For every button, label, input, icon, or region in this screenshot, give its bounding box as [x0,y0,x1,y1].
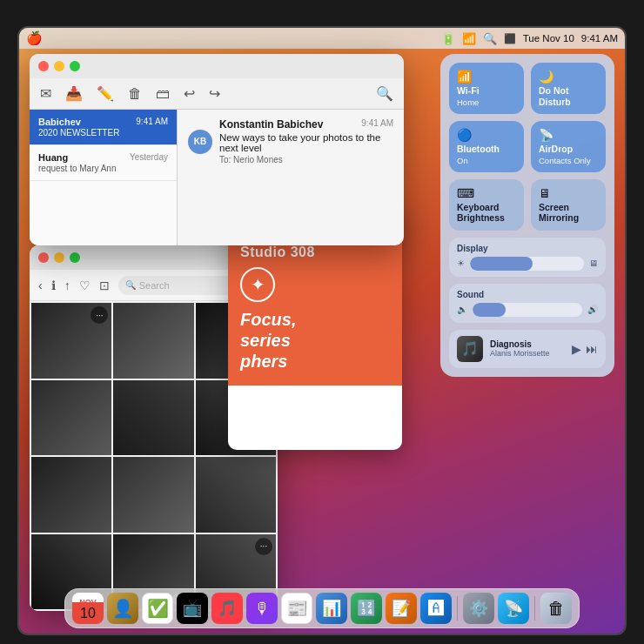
dnd-tile[interactable]: 🌙 Do Not Disturb [531,63,606,114]
search-icon-small: 🔍 [125,280,136,290]
desktop-background: 🍎 🔋 📶 🔍 ⬛ Tue Nov 10 9:41 AM ✉ 📥 ✏️ [19,28,625,634]
photos-heart-icon[interactable]: ♡ [79,278,91,292]
wifi-tile-title: Wi-Fi [457,85,516,97]
newsletter-accent-circle: ✦ [240,267,275,302]
dock-item-contacts[interactable]: 👤 [107,593,138,624]
dock-separator-2 [534,596,535,621]
photos-close-button[interactable] [38,252,49,263]
photo-cell-7[interactable] [31,457,111,533]
photo-more-btn-1[interactable]: ··· [91,306,108,324]
dock-item-numbers[interactable]: 🔢 [351,593,382,624]
now-playing-tile: 🎵 Diagnosis Alanis Morissette ▶ ⏭ [449,330,606,368]
screen-mirroring-tile[interactable]: 🖥 Screen Mirroring [531,179,606,231]
bluetooth-tile[interactable]: 🔵 Bluetooth On [449,121,524,172]
sender-avatar: KB [188,130,212,154]
mail-item-2-time: Yesterday [130,152,168,162]
mail-detail-pane: KB 9:41 AM Konstantin Babichev New ways … [178,110,404,245]
photo-cell-8[interactable] [113,457,193,533]
screen-tile-title: Screen Mirroring [539,202,598,224]
mail-detail-subject: New ways to take your photos to the next… [219,132,393,153]
wifi-icon[interactable]: 📶 [462,32,476,45]
photos-nav-icon1[interactable]: ‹ [38,278,43,292]
newsletter-body: Studio 308 ✦ Focus, series phers [228,231,402,386]
wifi-tile-sub: Home [457,97,516,107]
dock-item-calendar[interactable]: NOV 10 [72,593,104,624]
mail-list: 9:41 AM Babichev 2020 NEWSLETTER Yesterd… [30,110,178,245]
photos-maximize-button[interactable] [70,252,80,263]
play-button[interactable]: ▶ [572,342,581,356]
dock-item-keynote[interactable]: 📊 [316,593,347,624]
airdrop-tile-title: AirDrop [539,144,598,155]
sound-low-icon: 🔈 [457,305,467,314]
photos-minimize-button[interactable] [54,252,64,263]
mail-delete-icon[interactable]: 🗑 [128,86,142,102]
sound-slider-track[interactable] [473,303,582,317]
dock: NOV 10 👤 ✅ 📺 🎵 🎙 📰 📊 🔢 📝 🅰 ⚙️ 📡 🗑 [64,588,580,628]
airdrop-tile-icon: 📡 [539,128,598,142]
newsletter-banner: Studio 308 ✦ Focus, series phers [228,231,402,386]
dock-item-trash[interactable]: 🗑 [540,593,572,624]
battery-icon[interactable]: 🔋 [441,32,455,45]
mac-frame: 🍎 🔋 📶 🔍 ⬛ Tue Nov 10 9:41 AM ✉ 📥 ✏️ [17,26,627,635]
mail-back-icon[interactable]: ↩ [184,85,195,102]
dock-item-reminders[interactable]: ✅ [142,593,173,624]
photo-cell-4[interactable] [31,380,111,456]
newsletter-line1: Focus, [240,309,390,330]
menubar-datetime: Tue Nov 10 [523,33,574,44]
mail-new-icon[interactable]: ✏️ [97,85,114,102]
photos-search-placeholder: Search [139,280,170,291]
menubar-time: 9:41 AM [581,33,618,44]
dock-item-preferences[interactable]: ⚙️ [463,593,494,624]
photo-cell-9[interactable] [196,457,276,533]
bluetooth-tile-title: Bluetooth [457,144,516,155]
photo-cell-2[interactable] [113,303,193,379]
dock-item-news[interactable]: 📰 [281,593,312,624]
wifi-tile-icon: 📶 [457,70,516,84]
display-slider-fill [470,257,533,271]
mail-inbox-icon[interactable]: 📥 [65,85,83,102]
wifi-tile[interactable]: 📶 Wi-Fi Home [449,63,524,114]
photo-cell-1[interactable]: ··· [31,303,111,379]
screen-tile-icon: 🖥 [539,186,598,200]
dock-item-music[interactable]: 🎵 [211,593,243,624]
photos-crop-icon[interactable]: ⊡ [99,278,110,292]
minimize-button[interactable] [54,61,64,71]
search-icon[interactable]: 🔍 [483,32,497,45]
mail-detail-header: KB 9:41 AM Konstantin Babichev New ways … [188,118,393,164]
mail-trash-icon[interactable]: 🗃 [156,86,170,102]
brightness-low-icon: ☀ [457,258,465,268]
dock-item-pages[interactable]: 📝 [386,593,417,624]
display-slider-track[interactable] [470,257,584,271]
dnd-tile-title: Do Not Disturb [539,85,598,107]
dock-item-appletv[interactable]: 📺 [177,593,208,624]
dock-item-airdrop-app[interactable]: 📡 [498,593,529,624]
photo-more-btn-12[interactable]: ··· [255,538,272,555]
close-button[interactable] [38,61,49,71]
maximize-button[interactable] [70,61,80,71]
mail-forward-icon[interactable]: ↪ [209,85,220,102]
keyboard-brightness-tile[interactable]: ⌨ Keyboard Brightness [449,179,524,231]
mail-item-1[interactable]: 9:41 AM Babichev 2020 NEWSLETTER [30,110,177,145]
mail-body: 9:41 AM Babichev 2020 NEWSLETTER Yesterd… [30,110,404,245]
newsletter-line3: phers [240,351,390,372]
mail-compose-icon[interactable]: ✉ [40,85,51,102]
dock-item-appstore[interactable]: 🅰 [420,593,452,624]
fast-forward-button[interactable]: ⏭ [586,342,598,356]
photo-cell-5[interactable] [113,380,193,456]
display-slider-row: Display ☀ 🖥 [449,238,606,277]
airdrop-tile[interactable]: 📡 AirDrop Contacts Only [531,121,606,172]
mail-item-2[interactable]: Yesterday Huang request to Mary Ann [30,145,177,181]
dock-item-podcasts[interactable]: 🎙 [246,593,278,624]
now-playing-controls: ▶ ⏭ [572,342,598,356]
mail-toolbar: ✉ 📥 ✏️ 🗑 🗃 ↩ ↪ 🔍 [30,78,404,110]
mail-window: ✉ 📥 ✏️ 🗑 🗃 ↩ ↪ 🔍 9:41 AM Babichev 2020 N… [30,54,404,245]
bluetooth-tile-icon: 🔵 [457,128,516,142]
photos-info-icon[interactable]: ℹ [51,278,56,292]
now-playing-title: Diagnosis [490,339,565,349]
screen-icon[interactable]: ⬛ [504,33,516,44]
apple-menu[interactable]: 🍎 [26,30,43,46]
newsletter-line2: series [240,330,390,351]
mail-search-icon[interactable]: 🔍 [376,85,393,102]
photos-share-icon[interactable]: ↑ [64,278,70,292]
menubar-left: 🍎 [26,30,43,46]
